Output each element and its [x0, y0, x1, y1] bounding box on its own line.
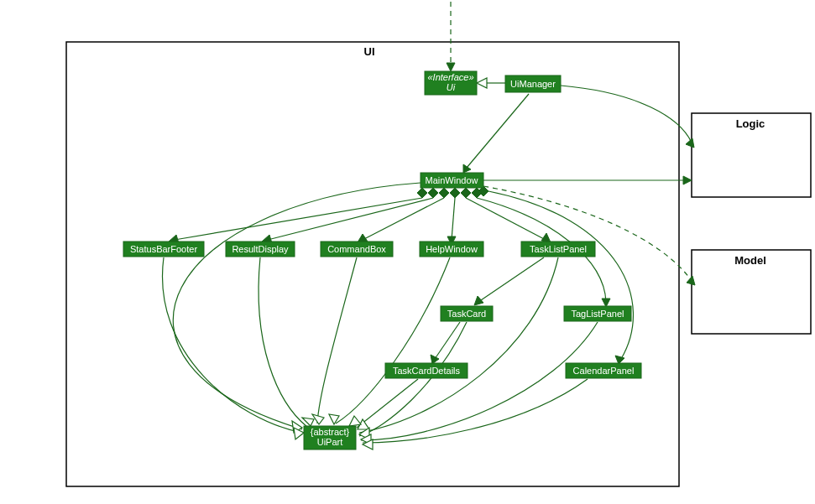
- svg-text:UiManager: UiManager: [510, 79, 556, 89]
- edge-mainwindow-comp-statusbar: [169, 188, 427, 243]
- svg-text:TaskCardDetails: TaskCardDetails: [393, 366, 461, 376]
- package-logic: Logic: [692, 113, 811, 197]
- arrowhead-mainwindow-to-logic: [683, 176, 692, 184]
- edge-uimanager-to-mainwindow: [467, 94, 529, 168]
- svg-text:CalendarPanel: CalendarPanel: [573, 366, 635, 376]
- svg-text:TaskCard: TaskCard: [447, 309, 486, 319]
- svg-marker-3: [417, 188, 427, 198]
- class-result-display: ResultDisplay: [226, 242, 295, 257]
- svg-text:Ui: Ui: [447, 82, 456, 92]
- edge-calendarpanel-gen-uipart: [363, 379, 588, 443]
- package-logic-label: Logic: [736, 117, 765, 130]
- class-calendar-panel: CalendarPanel: [566, 363, 641, 378]
- class-tag-list-panel: TagListPanel: [564, 306, 631, 321]
- svg-text:HelpWindow: HelpWindow: [426, 244, 478, 254]
- svg-marker-19: [302, 418, 314, 426]
- svg-text:MainWindow: MainWindow: [426, 175, 478, 185]
- svg-rect-0: [66, 42, 679, 486]
- edge-mainwindow-comp-helpwindow: [447, 188, 460, 245]
- arrowhead-uimanager-to-mainwindow: [463, 164, 471, 173]
- svg-marker-11: [461, 188, 471, 198]
- svg-text:«Interface»: «Interface»: [427, 72, 473, 82]
- edge-uimanager-to-logic: [561, 86, 692, 143]
- svg-text:{abstract}: {abstract}: [311, 427, 350, 437]
- svg-marker-5: [428, 188, 438, 198]
- class-help-window: HelpWindow: [420, 242, 483, 257]
- class-task-card: TaskCard: [441, 306, 493, 321]
- class-ui-interface: «Interface» Ui: [425, 71, 477, 95]
- svg-text:TaskListPanel: TaskListPanel: [530, 244, 587, 254]
- class-ui-part: {abstract} UiPart: [304, 426, 356, 449]
- edge-taskcard-gen-uipart: [359, 322, 467, 436]
- arrowhead-tasklistpanel-to-taskcard: [474, 296, 483, 305]
- class-main-window: MainWindow: [421, 173, 483, 188]
- edge-tasklistpanel-to-taskcard: [478, 257, 544, 302]
- edge-mainwindow-gen-uipart: [173, 183, 421, 429]
- package-model: Model: [692, 250, 811, 334]
- package-ui: UI: [66, 42, 679, 486]
- svg-marker-26: [349, 416, 361, 426]
- package-ui-label: UI: [364, 45, 375, 58]
- class-ui-manager: UiManager: [505, 75, 561, 92]
- edge-taskcard-to-taskcarddetails: [435, 322, 460, 359]
- svg-text:TagListPanel: TagListPanel: [572, 309, 624, 319]
- edge-mainwindow-comp-calendarpanel: [478, 186, 633, 364]
- svg-text:StatusBarFooter: StatusBarFooter: [130, 244, 197, 254]
- svg-marker-12: [541, 233, 551, 242]
- edge-mainwindow-to-model: [483, 186, 692, 281]
- svg-marker-9: [450, 188, 460, 198]
- class-task-list-panel: TaskListPanel: [521, 242, 595, 257]
- arrowhead-mainwindow-to-model: [687, 276, 695, 285]
- edge-tasklistpanel-gen-uipart: [359, 257, 558, 433]
- svg-text:ResultDisplay: ResultDisplay: [232, 244, 289, 254]
- edge-resultdisplay-gen-uipart: [259, 257, 307, 427]
- package-model-label: Model: [734, 254, 766, 267]
- class-task-card-details: TaskCardDetails: [385, 363, 468, 378]
- edge-commandbox-gen-uipart: [317, 257, 357, 423]
- svg-text:UiPart: UiPart: [317, 437, 343, 447]
- arrowhead-external-to-ui: [447, 63, 455, 71]
- svg-text:CommandBox: CommandBox: [327, 244, 386, 254]
- svg-marker-7: [439, 188, 449, 198]
- class-status-bar-footer: StatusBarFooter: [123, 242, 204, 257]
- uml-diagram: UI Logic Model: [0, 0, 815, 504]
- arrowhead-taskcard-to-taskcarddetails: [431, 355, 439, 364]
- arrowhead-uimanager-realize-ui: [477, 78, 487, 88]
- edge-mainwindow-comp-resultdisplay: [262, 188, 438, 243]
- class-command-box: CommandBox: [321, 242, 393, 257]
